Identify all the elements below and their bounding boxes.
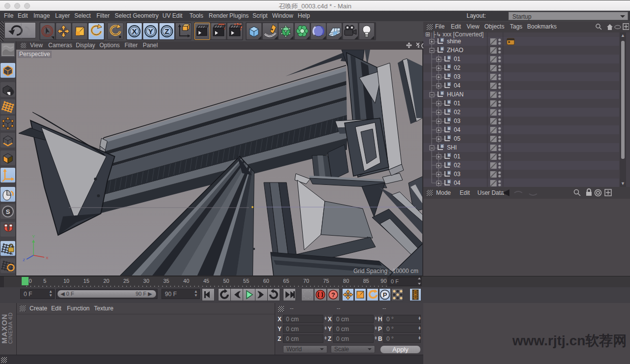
svg-text:ZHAO: ZHAO <box>447 47 463 54</box>
svg-text:HUAN: HUAN <box>447 91 464 98</box>
svg-text:20: 20 <box>103 278 109 284</box>
svg-text:0: 0 <box>29 278 32 284</box>
svg-text:0: 0 <box>448 109 450 113</box>
svg-text:04: 04 <box>454 180 461 186</box>
svg-text:0: 0 <box>448 180 450 184</box>
svg-text:80: 80 <box>343 278 349 284</box>
svg-text:0: 0 <box>448 118 450 122</box>
svg-text:0: 0 <box>448 135 450 140</box>
svg-text:02: 02 <box>454 162 461 169</box>
svg-text:70: 70 <box>303 278 309 284</box>
svg-text:90: 90 <box>380 278 386 284</box>
svg-text:55: 55 <box>243 278 249 284</box>
svg-text:75: 75 <box>323 278 329 284</box>
svg-text:0: 0 <box>448 126 450 131</box>
svg-text:X: X <box>46 256 49 260</box>
svg-text:01: 01 <box>454 56 461 62</box>
svg-text:0: 0 <box>448 153 450 157</box>
svg-text:04: 04 <box>454 126 461 133</box>
svg-text:03: 03 <box>454 118 461 124</box>
svg-text:02: 02 <box>454 64 461 71</box>
svg-text:0 F: 0 F <box>391 278 399 284</box>
svg-text:02: 02 <box>454 109 461 116</box>
svg-text:0: 0 <box>448 100 450 104</box>
svg-text:25: 25 <box>124 278 129 284</box>
svg-text:SHI: SHI <box>447 144 457 151</box>
svg-text:65: 65 <box>283 278 289 284</box>
svg-text:05: 05 <box>454 135 461 142</box>
svg-text:01: 01 <box>454 153 461 160</box>
svg-text:Z: Z <box>23 258 25 262</box>
svg-text:0: 0 <box>448 64 450 69</box>
svg-text:03: 03 <box>454 73 461 80</box>
svg-text:85: 85 <box>363 278 369 284</box>
svg-text:0: 0 <box>448 82 450 87</box>
svg-text:Y: Y <box>32 234 35 239</box>
svg-text:P: P <box>383 291 387 299</box>
svg-text:0: 0 <box>441 38 443 42</box>
svg-text:04: 04 <box>454 82 461 89</box>
svg-text:40: 40 <box>183 278 189 284</box>
svg-text:shine: shine <box>447 38 461 45</box>
svg-text:0: 0 <box>448 73 450 78</box>
svg-text:Y: Y <box>148 27 153 35</box>
svg-text:35: 35 <box>163 278 169 284</box>
svg-text:45: 45 <box>203 278 209 284</box>
svg-text:10: 10 <box>63 278 69 284</box>
svg-text:Z: Z <box>164 27 169 35</box>
svg-text:30: 30 <box>143 278 149 284</box>
svg-text:03: 03 <box>454 171 461 178</box>
svg-text:X: X <box>132 27 137 35</box>
svg-text:0: 0 <box>441 47 443 51</box>
svg-text:15: 15 <box>83 278 89 284</box>
svg-text:5: 5 <box>43 278 46 284</box>
svg-text:0: 0 <box>448 56 450 60</box>
svg-text:?: ? <box>331 291 335 299</box>
svg-text:0: 0 <box>448 171 450 175</box>
svg-text:60: 60 <box>263 278 269 284</box>
svg-text:S: S <box>6 208 10 215</box>
svg-text:0: 0 <box>441 144 443 149</box>
svg-text:01: 01 <box>454 100 461 107</box>
svg-text:0: 0 <box>448 162 450 166</box>
svg-text:0: 0 <box>441 91 443 95</box>
svg-text:50: 50 <box>223 278 229 284</box>
